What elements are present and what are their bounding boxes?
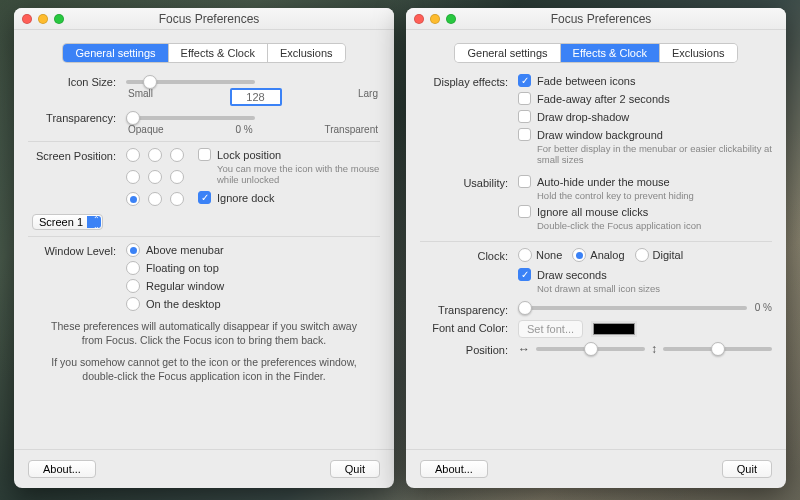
transparency-max: Transparent <box>324 124 378 135</box>
fade-away-label: Fade-away after 2 seconds <box>537 92 670 106</box>
window-level-label: Window Level: <box>28 243 126 257</box>
lock-position-label: Lock position <box>217 148 380 162</box>
window-level-radio[interactable] <box>126 243 140 257</box>
clock-analog-radio[interactable] <box>572 248 586 262</box>
fade-between-label: Fade between icons <box>537 74 635 88</box>
clock-transparency-slider[interactable] <box>518 306 747 310</box>
close-icon[interactable] <box>22 14 32 24</box>
preferences-window-general: Focus Preferences General settings Effec… <box>14 8 394 488</box>
tab-exclusions[interactable]: Exclusions <box>660 44 737 62</box>
clock-transparency-value: 0 % <box>755 302 772 313</box>
quit-button[interactable]: Quit <box>722 460 772 478</box>
clock-none-label: None <box>536 248 562 262</box>
usability-label: Usability: <box>420 175 518 189</box>
minimize-icon[interactable] <box>430 14 440 24</box>
window-level-opt: On the desktop <box>146 297 221 311</box>
preferences-window-effects: Focus Preferences General settings Effec… <box>406 8 786 488</box>
transparency-min: Opaque <box>128 124 164 135</box>
pos-radio[interactable] <box>126 148 140 162</box>
window-level-radio[interactable] <box>126 297 140 311</box>
position-v-slider[interactable] <box>663 347 772 351</box>
ignore-clicks-label: Ignore all mouse clicks <box>537 205 701 219</box>
auto-hide-sub: Hold the control key to prevent hiding <box>537 190 694 201</box>
window-level-opt: Regular window <box>146 279 224 293</box>
minimize-icon[interactable] <box>38 14 48 24</box>
zoom-icon[interactable] <box>446 14 456 24</box>
note-1: These preferences will automatically dis… <box>28 319 380 347</box>
position-h-slider[interactable] <box>536 347 645 351</box>
window-level-opt: Above menubar <box>146 243 224 257</box>
pos-radio[interactable] <box>170 192 184 206</box>
display-effects-label: Display effects: <box>420 74 518 88</box>
pos-radio[interactable] <box>148 192 162 206</box>
position-label: Position: <box>420 342 518 356</box>
pos-radio[interactable] <box>170 148 184 162</box>
window-title: Focus Preferences <box>464 12 738 26</box>
tab-effects[interactable]: Effects & Clock <box>561 44 660 62</box>
tab-exclusions[interactable]: Exclusions <box>268 44 345 62</box>
lock-position-checkbox[interactable] <box>198 148 211 161</box>
titlebar[interactable]: Focus Preferences <box>14 8 394 30</box>
icon-size-min: Small <box>128 88 153 106</box>
screen-select[interactable]: Screen 1 <box>32 214 103 230</box>
horizontal-arrows-icon: ↔ <box>518 342 530 356</box>
ignore-dock-label: Ignore dock <box>217 191 274 205</box>
clock-label: Clock: <box>420 248 518 262</box>
pos-radio[interactable] <box>126 192 140 206</box>
about-button[interactable]: About... <box>28 460 96 478</box>
transparency-label: Transparency: <box>28 110 126 124</box>
icon-size-slider[interactable] <box>126 80 255 84</box>
color-well[interactable] <box>591 321 637 337</box>
icon-size-max: Larg <box>358 88 378 106</box>
traffic-lights <box>414 14 456 24</box>
tab-effects[interactable]: Effects & Clock <box>169 44 268 62</box>
traffic-lights <box>22 14 64 24</box>
tab-bar: General settings Effects & Clock Exclusi… <box>406 44 786 62</box>
fade-away-checkbox[interactable] <box>518 92 531 105</box>
transparency-value: 0 % <box>235 124 252 135</box>
tab-bar: General settings Effects & Clock Exclusi… <box>14 44 394 62</box>
pos-radio[interactable] <box>148 170 162 184</box>
close-icon[interactable] <box>414 14 424 24</box>
quit-button[interactable]: Quit <box>330 460 380 478</box>
auto-hide-checkbox[interactable] <box>518 175 531 188</box>
window-level-radio[interactable] <box>126 261 140 275</box>
clock-digital-label: Digital <box>653 248 684 262</box>
ignore-dock-checkbox[interactable] <box>198 191 211 204</box>
window-bg-label: Draw window background <box>537 128 772 142</box>
tab-general[interactable]: General settings <box>455 44 560 62</box>
screen-select-wrap[interactable]: Screen 1 <box>32 214 103 230</box>
draw-seconds-checkbox[interactable] <box>518 268 531 281</box>
vertical-arrows-icon: ↕ <box>651 342 657 356</box>
icon-size-label: Icon Size: <box>28 74 126 88</box>
screen-position-label: Screen Position: <box>28 148 126 162</box>
tab-general[interactable]: General settings <box>63 44 168 62</box>
window-bg-sub: For better display in the menubar or eas… <box>537 143 772 165</box>
drop-shadow-checkbox[interactable] <box>518 110 531 123</box>
clock-digital-radio[interactable] <box>635 248 649 262</box>
about-button[interactable]: About... <box>420 460 488 478</box>
clock-transparency-label: Transparency: <box>420 302 518 316</box>
icon-size-value[interactable]: 128 <box>230 88 282 106</box>
drop-shadow-label: Draw drop-shadow <box>537 110 629 124</box>
pos-radio[interactable] <box>170 170 184 184</box>
titlebar[interactable]: Focus Preferences <box>406 8 786 30</box>
screen-position-grid[interactable] <box>126 148 188 210</box>
transparency-slider[interactable] <box>126 116 255 120</box>
ignore-clicks-sub: Double-click the Focus application icon <box>537 220 701 231</box>
window-bg-checkbox[interactable] <box>518 128 531 141</box>
ignore-clicks-checkbox[interactable] <box>518 205 531 218</box>
window-level-opt: Floating on top <box>146 261 219 275</box>
window-title: Focus Preferences <box>72 12 346 26</box>
auto-hide-label: Auto-hide under the mouse <box>537 175 694 189</box>
font-color-label: Font and Color: <box>420 320 518 334</box>
window-level-radio[interactable] <box>126 279 140 293</box>
pos-radio[interactable] <box>126 170 140 184</box>
fade-between-checkbox[interactable] <box>518 74 531 87</box>
set-font-button[interactable]: Set font... <box>518 320 583 338</box>
note-2: If you somehow cannot get to the icon or… <box>28 355 380 383</box>
lock-position-sub: You can move the icon with the mouse whi… <box>217 163 380 185</box>
clock-none-radio[interactable] <box>518 248 532 262</box>
zoom-icon[interactable] <box>54 14 64 24</box>
pos-radio[interactable] <box>148 148 162 162</box>
